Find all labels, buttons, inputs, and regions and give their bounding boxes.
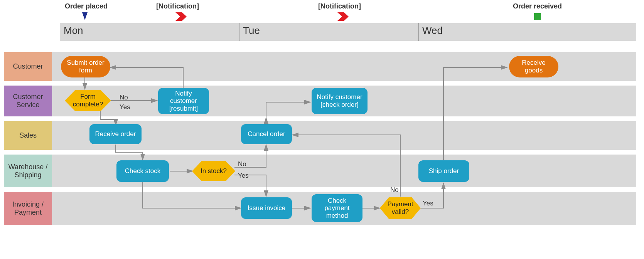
node-submit-order: Submit order form (61, 56, 110, 77)
timeline-day-mon: Mon (64, 25, 83, 37)
lane-label-customer: Customer (4, 52, 52, 81)
milestone-notification-2: [Notification] (318, 2, 361, 10)
lane-label-customer-service: Customer Service (4, 86, 52, 116)
node-receive-goods: Receive goods (509, 56, 558, 77)
chevron-icon (337, 12, 349, 21)
node-check-stock: Check stock (116, 160, 169, 182)
milestone-notification-1: [Notification] (156, 2, 199, 10)
node-notify-resubmit: Notify customer [resubmit] (158, 88, 209, 114)
node-issue-invoice: Issue invoice (241, 197, 292, 219)
edge-label-no: No (120, 94, 128, 101)
chevron-icon (175, 12, 187, 21)
node-check-payment: Check payment method (312, 194, 362, 222)
start-marker-icon (82, 12, 88, 20)
timeline-bar (60, 23, 636, 41)
edge-label-no: No (238, 160, 246, 168)
lane-label-invoicing: Invoicing / Payment (4, 192, 52, 225)
node-receive-order: Receive order (89, 124, 142, 144)
lane-label-sales: Sales (4, 121, 52, 150)
timeline-day-tue: Tue (243, 25, 260, 37)
edge-label-no: No (390, 186, 399, 194)
end-marker-icon (534, 13, 541, 20)
timeline-day-wed: Wed (422, 25, 443, 37)
milestone-order-received: Order received (513, 2, 562, 10)
node-cancel-order: Cancel order (241, 124, 292, 144)
edge-label-yes: Yes (423, 200, 433, 207)
lane-label-warehouse: Warehouse / Shipping (4, 155, 52, 187)
edge-label-yes: Yes (238, 172, 249, 180)
milestone-order-placed: Order placed (65, 2, 108, 10)
timeline-divider (239, 23, 239, 41)
node-ship-order: Ship order (418, 160, 469, 182)
node-notify-check: Notify customer [check order] (312, 88, 368, 114)
edge-label-yes: Yes (120, 103, 130, 111)
timeline-divider (418, 23, 419, 41)
